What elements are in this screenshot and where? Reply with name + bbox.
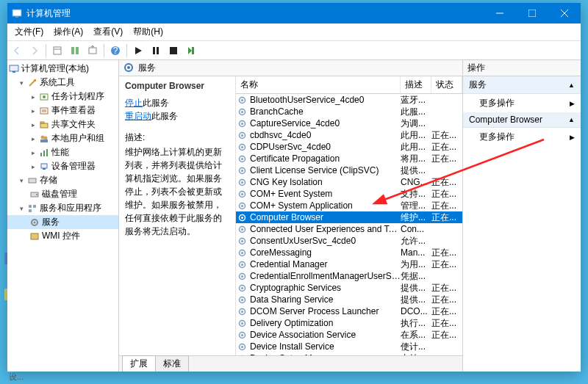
menubar: 文件(F) 操作(A) 查看(V) 帮助(H) [7,23,581,41]
col-desc[interactable]: 描述 [401,76,431,93]
tree-services-apps[interactable]: ▾服务和应用程序 [7,201,118,215]
svg-rect-35 [46,149,48,156]
export-icon[interactable] [85,43,101,59]
svg-rect-28 [40,123,48,128]
back-button[interactable] [9,43,25,59]
service-name: CDPUserSvc_4cde0 [250,142,401,152]
tree-root[interactable]: 计算机管理(本地) [7,62,118,76]
actions-more-1[interactable]: 更多操作▶ [463,94,581,112]
pause-icon[interactable] [148,43,164,59]
table-row[interactable]: Credential Manager为用...正在... [236,258,462,270]
gear-icon [237,177,248,187]
table-row[interactable]: CredentialEnrollmentManagerUserSvc_4c...… [236,270,462,282]
actions-section-selected[interactable]: Computer Browser▲ [463,112,581,128]
col-status[interactable]: 状态 [431,76,462,93]
maximize-button[interactable] [516,3,548,23]
menu-view[interactable]: 查看(V) [89,24,127,40]
table-row[interactable]: Computer Browser维护...正在... [236,211,462,223]
triangle-icon: ▲ [568,116,575,123]
tree-item[interactable]: ▸事件查看器 [7,104,118,117]
table-row[interactable]: COM+ System Application管理...正在... [236,200,462,211]
tree-item[interactable]: ▸性能 [7,145,118,159]
tree-item[interactable]: ▸本地用户和组 [7,131,118,145]
service-name: COM+ Event System [250,189,401,199]
tab-standard[interactable]: 标准 [155,355,189,372]
tab-extended[interactable]: 扩展 [122,355,156,372]
collapse-icon[interactable]: ▾ [18,177,25,184]
service-name: ConsentUxUserSvc_4cde0 [250,236,401,246]
expand-icon[interactable]: ▸ [29,107,37,115]
collapse-icon[interactable]: ▾ [18,79,25,87]
table-row[interactable]: CNG Key IsolationCNG...正在... [236,176,462,188]
svg-rect-11 [76,47,79,54]
gear-icon [237,247,248,258]
table-row[interactable]: BranchCache此服... [236,106,462,117]
table-row[interactable]: Cryptographic Services提供...正在... [236,282,462,294]
expand-icon[interactable]: ▸ [29,149,37,156]
table-row[interactable]: Device Install Service使计... [236,341,462,352]
titlebar[interactable]: 计算机管理 [7,3,581,23]
table-row[interactable]: Delivery Optimization执行...正在... [236,317,462,329]
tree-item[interactable]: ▸共享文件夹 [7,117,118,131]
tree-item-wmi[interactable]: WMI 控件 [7,229,118,243]
table-row[interactable]: Device Association Service在系...正在... [236,329,462,341]
gear-icon [237,153,248,164]
tree-item[interactable]: 磁盘管理 [7,187,118,201]
collapse-icon[interactable]: ▾ [18,205,25,212]
table-row[interactable]: COM+ Event System支持...正在... [236,188,462,200]
svg-rect-41 [29,205,32,208]
menu-action[interactable]: 操作(A) [49,24,87,40]
restart-link[interactable]: 重启动 [125,111,151,121]
table-row[interactable]: CDPUserSvc_4cde0此用...正在... [236,141,462,153]
restart-icon[interactable] [183,43,199,59]
properties-icon[interactable] [49,43,65,59]
minimize-button[interactable] [484,3,516,23]
tree-item[interactable]: ▸任务计划程序 [7,90,118,104]
table-row[interactable]: ConsentUxUserSvc_4cde0允许... [236,235,462,247]
svg-point-90 [241,334,243,336]
stop-icon[interactable] [165,43,182,59]
start-icon[interactable] [130,43,146,59]
table-row[interactable]: DCOM Server Process LauncherDCO...正在... [236,305,462,317]
table-row[interactable]: Certificate Propagation将用...正在... [236,153,462,164]
tree-system-tools[interactable]: ▾系统工具 [7,76,118,90]
actions-section-services[interactable]: 服务▲ [463,76,581,94]
table-row[interactable]: Data Sharing Service提供...正在... [236,294,462,305]
table-row[interactable]: cbdhsvc_4cde0此用...正在... [236,129,462,141]
table-row[interactable]: CaptureService_4cde0为调... [236,117,462,129]
svg-marker-15 [135,47,142,54]
refresh-icon[interactable] [67,43,83,59]
svg-point-54 [241,123,243,125]
close-button[interactable] [548,3,581,23]
table-row[interactable]: Connected User Experiences and Teleme...… [236,223,462,235]
table-row[interactable]: BluetoothUserService_4cde0蓝牙... [236,94,462,106]
expand-icon[interactable]: ▸ [29,93,37,101]
svg-point-45 [34,221,36,223]
svg-point-52 [241,111,243,113]
table-row[interactable]: Device Setup Manager支持... [236,352,462,355]
stop-link[interactable]: 停止 [125,98,143,108]
gear-icon [123,62,135,74]
menu-help[interactable]: 帮助(H) [129,24,168,40]
service-name: CoreMessaging [250,247,401,258]
tree-storage[interactable]: ▾存储 [7,173,118,187]
col-name[interactable]: 名称 [236,76,401,93]
table-row[interactable]: Client License Service (ClipSVC)提供... [236,164,462,176]
gear-icon [237,318,248,328]
service-status: 正在... [431,176,462,189]
svg-rect-5 [528,10,536,17]
service-name: BluetoothUserService_4cde0 [250,95,401,105]
menu-file[interactable]: 文件(F) [10,24,48,40]
service-desc: 将用... [401,153,431,165]
expand-icon[interactable]: ▸ [29,163,37,170]
expand-icon[interactable]: ▸ [29,121,37,128]
actions-more-2[interactable]: 更多操作▶ [463,128,581,146]
service-desc: 使计... [401,341,431,353]
forward-button[interactable] [26,43,43,59]
expand-icon[interactable]: ▸ [29,135,37,142]
tree-item[interactable]: ▸设备管理器 [7,159,118,173]
table-row[interactable]: CoreMessagingMan...正在... [236,247,462,258]
gear-icon [237,353,248,355]
tree-item-services[interactable]: 服务 [7,215,118,229]
help-icon[interactable]: ? [107,43,123,59]
